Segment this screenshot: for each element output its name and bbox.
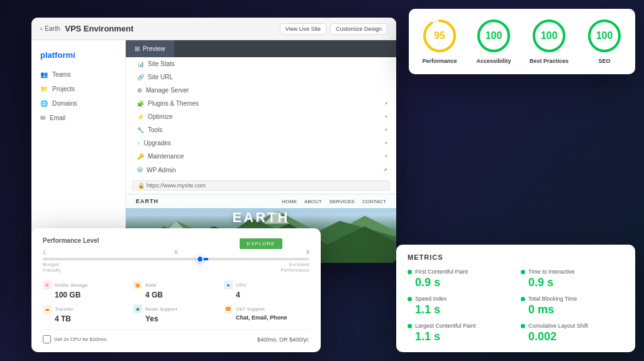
sidebar-item-email[interactable]: ✉ Email xyxy=(31,111,125,125)
best-practices-score: 100 xyxy=(541,30,558,42)
seo-label: SEO xyxy=(598,58,610,64)
fcp-dot xyxy=(408,270,412,274)
sidebar-item-projects[interactable]: 📁 Projects xyxy=(31,82,125,96)
score-circle-accessibility: 100 xyxy=(475,18,512,54)
redis-icon: ◈ xyxy=(133,304,142,313)
platform-panel: ‹ Earth VPS Environment View Live Site C… xyxy=(31,18,396,263)
cls-label: Cumulative Layout Shift xyxy=(528,323,588,329)
accessibility-score: 100 xyxy=(486,30,502,42)
spec-support: ☎ 24/7 Support Chat, Email, Phone xyxy=(224,304,309,323)
sidebar-item-domains[interactable]: 🌐 Domains xyxy=(31,96,125,111)
performance-label: Performance xyxy=(422,58,457,64)
subnav-wp-admin[interactable]: Ⓦ WP Admin ↗ xyxy=(126,163,396,177)
score-accessibility: 100 Accessibility xyxy=(475,18,512,64)
spec-cpu: ● CPU 4 xyxy=(224,280,309,299)
subnav-submenu: 📊 Site Stats 🔗 Site URL ⚙ Manage Server … xyxy=(126,57,396,177)
subnav-maintenance[interactable]: 🔑 Maintenance ▾ xyxy=(126,150,396,163)
label-budget: BudgetFriendly xyxy=(43,262,60,273)
subnav-plugins[interactable]: 🧩 Plugins & Themes ▾ xyxy=(126,97,396,110)
storage-value: 100 GB xyxy=(43,291,128,299)
seo-score: 100 xyxy=(596,30,613,42)
performance-slider[interactable] xyxy=(43,258,309,260)
fcp-value: 0.9 s xyxy=(408,276,511,289)
folder-icon: 📁 xyxy=(40,86,48,92)
metric-tti: Time to Interactive 0.9 s xyxy=(521,269,624,289)
score-performance: 95 Performance xyxy=(421,18,458,64)
fcp-label: First Contentful Paint xyxy=(415,269,468,275)
score-circle-performance: 95 xyxy=(421,18,458,54)
scale-max: 8 xyxy=(306,249,309,255)
score-best-practices: 100 Best Practices xyxy=(530,18,569,64)
metric-cls: Cumulative Layout Shift 0.002 xyxy=(521,323,624,343)
chevron-down-icon: ▾ xyxy=(385,101,387,106)
lcp-dot xyxy=(408,324,412,328)
link-icon: 🔗 xyxy=(137,74,144,81)
chevron-down-icon: ▾ xyxy=(385,114,387,119)
tbt-dot xyxy=(521,297,525,301)
spec-transfer: ☁ Transfer 4 TB xyxy=(43,304,128,323)
si-value: 1.1 s xyxy=(408,303,511,316)
external-link-icon: ↗ xyxy=(383,167,387,173)
topbar-buttons: View Live Site Customize Design xyxy=(280,23,387,35)
spec-ram: ▦ RAM 4 GB xyxy=(133,280,219,299)
server-icon: ⚙ xyxy=(137,87,142,94)
topbar: ‹ Earth VPS Environment View Live Site C… xyxy=(31,18,396,40)
support-label: 24/7 Support xyxy=(236,306,265,312)
lcp-label: Largest Contentful Paint xyxy=(415,323,476,329)
metrics-title: METRICS xyxy=(408,253,624,261)
scores-grid: 95 Performance 100 Accessibility 1 xyxy=(421,18,623,64)
metric-si: Speed Index 1.1 s xyxy=(408,296,511,316)
plugin-icon: 🧩 xyxy=(137,101,144,107)
spec-redis: ◈ Redis Support Yes xyxy=(133,304,219,323)
metric-fcp: First Contentful Paint 0.9 s xyxy=(408,269,511,289)
customize-btn[interactable]: Customize Design xyxy=(330,23,387,35)
performance-footer: Get 2x CPU for $10/mo. $40/mo. OR $400/y… xyxy=(43,330,309,343)
performance-scale: 1 5 8 xyxy=(43,249,309,255)
subnav-optimize[interactable]: ⚡ Optimize ▾ xyxy=(126,110,396,123)
hero-text: EARTH ENDLESS POTENTIAL EXPLORE xyxy=(221,209,302,249)
preview-icon: ⊞ xyxy=(135,45,140,52)
chevron-down-icon: ▾ xyxy=(385,127,387,133)
browser-url: 🔒 https://www.mysite.com xyxy=(132,181,390,191)
scale-min: 1 xyxy=(43,249,46,255)
storage-label: NVMe Storage xyxy=(55,282,87,288)
subnav: ⊞ Preview xyxy=(126,40,396,57)
metrics-panel: METRICS First Contentful Paint 0.9 s Tim… xyxy=(396,245,635,352)
chevron-down-icon: ▾ xyxy=(385,153,387,159)
tab-preview[interactable]: ⊞ Preview xyxy=(126,40,174,57)
si-label: Speed Index xyxy=(415,296,447,302)
subnav-site-stats[interactable]: 📊 Site Stats xyxy=(126,57,396,70)
metric-tbt: Total Blocking Time 0 ms xyxy=(521,296,624,316)
ram-value: 4 GB xyxy=(133,291,219,299)
performance-labels: BudgetFriendly ExcellentPerformance xyxy=(43,262,309,273)
promo-checkbox[interactable]: Get 2x CPU for $10/mo. xyxy=(43,335,108,343)
hero-title: EARTH xyxy=(221,209,302,226)
spec-nvme-storage: ≡ NVMe Storage 100 GB xyxy=(43,280,128,299)
support-icon: ☎ xyxy=(224,304,233,313)
cls-dot xyxy=(521,324,525,328)
stats-icon: 📊 xyxy=(137,61,144,67)
explore-button[interactable]: EXPLORE xyxy=(240,238,283,249)
users-icon: 👥 xyxy=(40,71,48,78)
sidebar-item-label: Email xyxy=(50,114,65,121)
view-live-btn[interactable]: View Live Site xyxy=(280,23,326,35)
cpu-icon: ● xyxy=(224,280,233,289)
subnav-site-url[interactable]: 🔗 Site URL xyxy=(126,70,396,84)
subnav-tools[interactable]: 🔧 Tools ▾ xyxy=(126,123,396,136)
score-seo: 100 SEO xyxy=(586,18,623,64)
globe-icon: 🌐 xyxy=(40,100,48,107)
label-excellent: ExcellentPerformance xyxy=(280,262,309,273)
slider-thumb xyxy=(196,255,204,263)
sidebar-item-label: Domains xyxy=(52,100,77,107)
browser-bar: 🔒 https://www.mysite.com xyxy=(126,177,396,194)
performance-slider-row xyxy=(43,258,309,260)
promo-check[interactable] xyxy=(43,335,51,343)
sidebar-item-teams[interactable]: 👥 Teams xyxy=(31,67,125,82)
scale-mid: 5 xyxy=(174,249,177,255)
tti-dot xyxy=(521,270,525,274)
subnav-upgrades[interactable]: ↑ Upgrades ▾ xyxy=(126,136,396,150)
redis-value: Yes xyxy=(133,314,219,323)
lock-icon: 🔒 xyxy=(138,182,145,189)
lcp-value: 1.1 s xyxy=(408,330,511,343)
subnav-manage-server[interactable]: ⚙ Manage Server xyxy=(126,84,396,97)
